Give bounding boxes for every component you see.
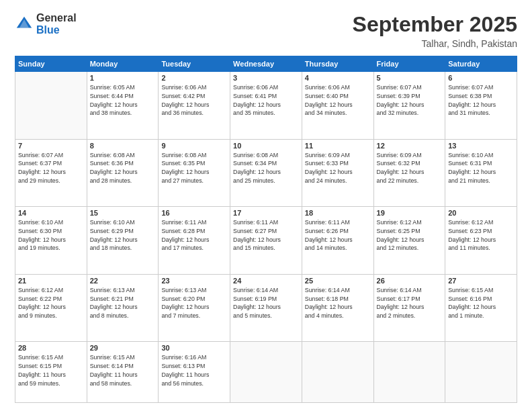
logo-blue-text: Blue xyxy=(36,24,77,36)
calendar-week-4: 21Sunrise: 6:12 AMSunset: 6:22 PMDayligh… xyxy=(15,274,517,342)
day-number: 10 xyxy=(233,142,299,150)
table-row: 23Sunrise: 6:13 AMSunset: 6:20 PMDayligh… xyxy=(159,274,230,342)
day-number: 29 xyxy=(90,344,156,352)
day-number: 17 xyxy=(233,209,299,217)
calendar-week-2: 7Sunrise: 6:07 AMSunset: 6:37 PMDaylight… xyxy=(15,139,517,207)
table-row: 22Sunrise: 6:13 AMSunset: 6:21 PMDayligh… xyxy=(87,274,159,342)
table-row: 30Sunrise: 6:16 AMSunset: 6:13 PMDayligh… xyxy=(159,342,230,403)
day-info: Sunrise: 6:16 AMSunset: 6:13 PMDaylight:… xyxy=(161,353,227,387)
table-row: 29Sunrise: 6:15 AMSunset: 6:14 PMDayligh… xyxy=(87,342,159,403)
table-row: 7Sunrise: 6:07 AMSunset: 6:37 PMDaylight… xyxy=(15,139,87,207)
day-info: Sunrise: 6:11 AMSunset: 6:26 PMDaylight:… xyxy=(305,218,371,253)
day-number: 12 xyxy=(377,142,443,150)
table-row: 18Sunrise: 6:11 AMSunset: 6:26 PMDayligh… xyxy=(302,207,373,275)
day-info: Sunrise: 6:14 AMSunset: 6:17 PMDaylight:… xyxy=(377,286,443,320)
table-row: 27Sunrise: 6:15 AMSunset: 6:16 PMDayligh… xyxy=(445,274,517,342)
day-info: Sunrise: 6:08 AMSunset: 6:34 PMDaylight:… xyxy=(233,151,299,185)
table-row: 12Sunrise: 6:09 AMSunset: 6:32 PMDayligh… xyxy=(373,139,445,207)
col-friday: Friday xyxy=(373,56,445,72)
col-saturday: Saturday xyxy=(445,56,517,72)
day-number: 19 xyxy=(377,209,443,217)
day-info: Sunrise: 6:13 AMSunset: 6:21 PMDaylight:… xyxy=(90,286,156,320)
day-info: Sunrise: 6:08 AMSunset: 6:35 PMDaylight:… xyxy=(161,151,227,185)
table-row: 17Sunrise: 6:11 AMSunset: 6:27 PMDayligh… xyxy=(230,207,302,275)
logo: General Blue xyxy=(15,12,77,36)
day-info: Sunrise: 6:14 AMSunset: 6:18 PMDaylight:… xyxy=(305,286,371,320)
calendar-header-row: Sunday Monday Tuesday Wednesday Thursday… xyxy=(15,56,517,72)
table-row: 6Sunrise: 6:07 AMSunset: 6:38 PMDaylight… xyxy=(445,72,517,140)
day-number: 15 xyxy=(90,209,156,217)
day-number: 22 xyxy=(90,277,156,285)
page-header: General Blue September 2025 Talhar, Sind… xyxy=(15,12,517,49)
day-number: 7 xyxy=(18,142,84,150)
day-info: Sunrise: 6:11 AMSunset: 6:28 PMDaylight:… xyxy=(161,218,227,253)
day-number: 11 xyxy=(305,142,371,150)
day-info: Sunrise: 6:14 AMSunset: 6:19 PMDaylight:… xyxy=(233,286,299,320)
calendar-week-1: 1Sunrise: 6:05 AMSunset: 6:44 PMDaylight… xyxy=(15,72,517,140)
day-number: 24 xyxy=(233,277,299,285)
table-row: 24Sunrise: 6:14 AMSunset: 6:19 PMDayligh… xyxy=(230,274,302,342)
day-number: 21 xyxy=(18,277,84,285)
day-info: Sunrise: 6:06 AMSunset: 6:41 PMDaylight:… xyxy=(233,83,299,118)
day-number: 2 xyxy=(161,74,227,82)
calendar-table: Sunday Monday Tuesday Wednesday Thursday… xyxy=(15,56,517,403)
day-number: 3 xyxy=(233,74,299,82)
day-number: 20 xyxy=(448,209,514,217)
day-number: 27 xyxy=(448,277,514,285)
calendar-week-5: 28Sunrise: 6:15 AMSunset: 6:15 PMDayligh… xyxy=(15,342,517,403)
table-row: 11Sunrise: 6:09 AMSunset: 6:33 PMDayligh… xyxy=(302,139,373,207)
day-info: Sunrise: 6:15 AMSunset: 6:15 PMDaylight:… xyxy=(18,353,84,387)
table-row xyxy=(373,342,445,403)
day-number: 23 xyxy=(161,277,227,285)
calendar-week-3: 14Sunrise: 6:10 AMSunset: 6:30 PMDayligh… xyxy=(15,207,517,275)
col-sunday: Sunday xyxy=(15,56,87,72)
day-number: 4 xyxy=(305,74,371,82)
day-number: 16 xyxy=(161,209,227,217)
day-number: 28 xyxy=(18,344,84,352)
day-info: Sunrise: 6:10 AMSunset: 6:29 PMDaylight:… xyxy=(90,218,156,253)
table-row: 28Sunrise: 6:15 AMSunset: 6:15 PMDayligh… xyxy=(15,342,87,403)
day-number: 1 xyxy=(90,74,156,82)
day-info: Sunrise: 6:11 AMSunset: 6:27 PMDaylight:… xyxy=(233,218,299,253)
day-info: Sunrise: 6:12 AMSunset: 6:25 PMDaylight:… xyxy=(377,218,443,253)
table-row xyxy=(15,72,87,140)
table-row: 10Sunrise: 6:08 AMSunset: 6:34 PMDayligh… xyxy=(230,139,302,207)
logo-general-text: General xyxy=(36,12,77,24)
col-wednesday: Wednesday xyxy=(230,56,302,72)
day-info: Sunrise: 6:15 AMSunset: 6:14 PMDaylight:… xyxy=(90,353,156,387)
table-row: 20Sunrise: 6:12 AMSunset: 6:23 PMDayligh… xyxy=(445,207,517,275)
day-info: Sunrise: 6:07 AMSunset: 6:38 PMDaylight:… xyxy=(448,83,514,118)
table-row: 8Sunrise: 6:08 AMSunset: 6:36 PMDaylight… xyxy=(87,139,159,207)
day-number: 25 xyxy=(305,277,371,285)
day-info: Sunrise: 6:06 AMSunset: 6:42 PMDaylight:… xyxy=(161,83,227,118)
table-row: 14Sunrise: 6:10 AMSunset: 6:30 PMDayligh… xyxy=(15,207,87,275)
col-monday: Monday xyxy=(87,56,159,72)
day-info: Sunrise: 6:13 AMSunset: 6:20 PMDaylight:… xyxy=(161,286,227,320)
day-number: 18 xyxy=(305,209,371,217)
table-row: 1Sunrise: 6:05 AMSunset: 6:44 PMDaylight… xyxy=(87,72,159,140)
day-info: Sunrise: 6:09 AMSunset: 6:33 PMDaylight:… xyxy=(305,151,371,185)
table-row xyxy=(302,342,373,403)
day-info: Sunrise: 6:07 AMSunset: 6:37 PMDaylight:… xyxy=(18,151,84,185)
day-info: Sunrise: 6:10 AMSunset: 6:30 PMDaylight:… xyxy=(18,218,84,253)
day-number: 13 xyxy=(448,142,514,150)
day-number: 5 xyxy=(377,74,443,82)
day-info: Sunrise: 6:10 AMSunset: 6:31 PMDaylight:… xyxy=(448,151,514,185)
table-row: 16Sunrise: 6:11 AMSunset: 6:28 PMDayligh… xyxy=(159,207,230,275)
table-row: 25Sunrise: 6:14 AMSunset: 6:18 PMDayligh… xyxy=(302,274,373,342)
calendar-location: Talhar, Sindh, Pakistan xyxy=(353,38,517,49)
table-row xyxy=(445,342,517,403)
day-number: 14 xyxy=(18,209,84,217)
day-info: Sunrise: 6:07 AMSunset: 6:39 PMDaylight:… xyxy=(377,83,443,118)
logo-icon xyxy=(15,15,34,34)
day-number: 9 xyxy=(161,142,227,150)
table-row: 3Sunrise: 6:06 AMSunset: 6:41 PMDaylight… xyxy=(230,72,302,140)
day-info: Sunrise: 6:05 AMSunset: 6:44 PMDaylight:… xyxy=(90,83,156,118)
table-row: 21Sunrise: 6:12 AMSunset: 6:22 PMDayligh… xyxy=(15,274,87,342)
day-number: 8 xyxy=(90,142,156,150)
day-info: Sunrise: 6:09 AMSunset: 6:32 PMDaylight:… xyxy=(377,151,443,185)
day-info: Sunrise: 6:12 AMSunset: 6:22 PMDaylight:… xyxy=(18,286,84,320)
col-tuesday: Tuesday xyxy=(159,56,230,72)
table-row: 15Sunrise: 6:10 AMSunset: 6:29 PMDayligh… xyxy=(87,207,159,275)
day-number: 26 xyxy=(377,277,443,285)
